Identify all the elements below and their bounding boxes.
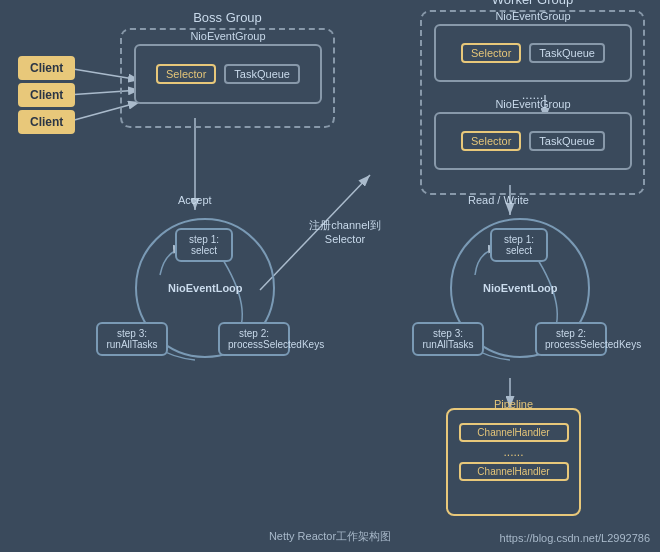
worker-nioeventgroup2-box: NioEventGroup Selector TaskQueue bbox=[434, 112, 632, 170]
channel-handler1-btn: ChannelHandler bbox=[459, 423, 569, 442]
accept-label: Accept bbox=[178, 194, 212, 206]
boss-loop-label: NioEventLoop bbox=[168, 282, 243, 294]
channel-annotation: 注册channel到 Selector bbox=[305, 218, 385, 245]
worker-nioeventgroup1-box: NioEventGroup Selector TaskQueue bbox=[434, 24, 632, 82]
rw-label: Read / Write bbox=[468, 194, 529, 206]
boss-group-label: Boss Group bbox=[193, 10, 262, 25]
worker-taskqueue1-btn: TaskQueue bbox=[529, 43, 605, 63]
boss-selector-btn: Selector bbox=[156, 64, 216, 84]
worker-step3-box: step 3: runAllTasks bbox=[412, 322, 484, 356]
diagram-container: Client Client Client Boss Group NioEvent… bbox=[0, 0, 660, 552]
worker-step2-box: step 2: processSelectedKeys bbox=[535, 322, 607, 356]
worker-step1-box: step 1: select bbox=[490, 228, 548, 262]
footer-title: Netty Reactor工作架构图 bbox=[269, 529, 391, 544]
client-box-3: Client bbox=[18, 110, 75, 134]
worker-selector1-btn: Selector bbox=[461, 43, 521, 63]
boss-taskqueue-btn: TaskQueue bbox=[224, 64, 300, 84]
channel-handler2-btn: ChannelHandler bbox=[459, 462, 569, 481]
footer-url: https://blog.csdn.net/L2992786 bbox=[500, 532, 650, 544]
boss-group: Boss Group NioEventGroup Selector TaskQu… bbox=[120, 28, 335, 128]
pipeline-dots: ...... bbox=[453, 445, 574, 459]
boss-step3-box: step 3: runAllTasks bbox=[96, 322, 168, 356]
worker-nioeventgroup1-label: NioEventGroup bbox=[495, 10, 570, 22]
pipeline-box: Pipeline ChannelHandler ...... ChannelHa… bbox=[446, 408, 581, 516]
worker-group-label: Worker Group bbox=[492, 0, 573, 7]
pipeline-label: Pipeline bbox=[494, 398, 533, 410]
worker-taskqueue2-btn: TaskQueue bbox=[529, 131, 605, 151]
worker-selector2-btn: Selector bbox=[461, 131, 521, 151]
boss-nioeventgroup-label: NioEventGroup bbox=[190, 30, 265, 42]
client-box-1: Client bbox=[18, 56, 75, 80]
client-box-2: Client bbox=[18, 83, 75, 107]
boss-nioeventgroup-box: NioEventGroup Selector TaskQueue bbox=[134, 44, 322, 104]
worker-group: Worker Group NioEventGroup Selector Task… bbox=[420, 10, 645, 195]
boss-step1-box: step 1: select bbox=[175, 228, 233, 262]
boss-step2-box: step 2: processSelectedKeys bbox=[218, 322, 290, 356]
worker-nioeventgroup2-label: NioEventGroup bbox=[495, 98, 570, 110]
worker-loop-label: NioEventLoop bbox=[483, 282, 558, 294]
